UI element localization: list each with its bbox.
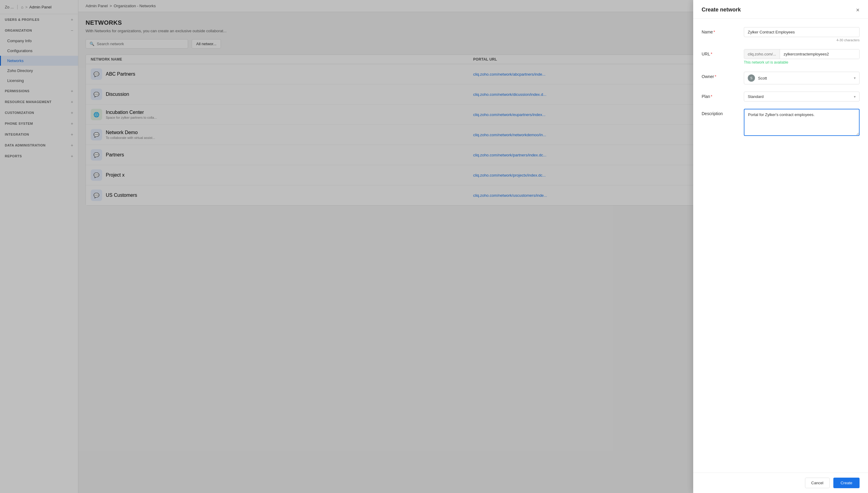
plan-field-row: Plan* Standard ▾: [702, 92, 860, 102]
owner-field: S Scott ▾: [744, 72, 860, 84]
cancel-button[interactable]: Cancel: [805, 478, 830, 488]
name-field: 4-30 characters: [744, 27, 860, 42]
url-input-group: cliq.zoho.com/...: [744, 49, 860, 59]
modal-footer: Cancel Create: [693, 472, 868, 493]
url-available-message: This network url is available: [744, 60, 860, 64]
description-input[interactable]: Portal for Zylker's contract employees.: [744, 109, 860, 136]
name-label: Name*: [702, 27, 738, 34]
modal-overlay: Create network × Name* 4-30 characters U…: [0, 0, 868, 493]
owner-avatar: S: [748, 74, 755, 82]
chevron-down-icon: ▾: [854, 76, 855, 80]
modal-title: Create network: [702, 7, 741, 13]
url-prefix: cliq.zoho.com/...: [744, 49, 780, 59]
url-input[interactable]: [780, 49, 859, 59]
plan-label: Plan*: [702, 92, 738, 99]
close-button[interactable]: ×: [856, 7, 860, 13]
url-field-row: URL* cliq.zoho.com/... This network url …: [702, 49, 860, 64]
modal-header: Create network ×: [693, 0, 868, 19]
owner-name: Scott: [758, 76, 851, 81]
plan-select[interactable]: Standard ▾: [744, 92, 860, 102]
name-field-row: Name* 4-30 characters: [702, 27, 860, 42]
create-network-modal: Create network × Name* 4-30 characters U…: [693, 0, 868, 493]
char-hint: 4-30 characters: [744, 38, 860, 42]
plan-name: Standard: [748, 94, 854, 99]
create-button[interactable]: Create: [833, 478, 860, 488]
description-field-row: Description Portal for Zylker's contract…: [702, 109, 860, 137]
plan-field: Standard ▾: [744, 92, 860, 102]
owner-select[interactable]: S Scott ▾: [744, 72, 860, 84]
owner-field-row: Owner* S Scott ▾: [702, 72, 860, 84]
description-label: Description: [702, 109, 738, 116]
modal-body: Name* 4-30 characters URL* cliq.zoho.com…: [693, 19, 868, 472]
name-input[interactable]: [744, 27, 860, 37]
url-label: URL*: [702, 49, 738, 56]
description-field: Portal for Zylker's contract employees.: [744, 109, 860, 137]
owner-label: Owner*: [702, 72, 738, 79]
url-field: cliq.zoho.com/... This network url is av…: [744, 49, 860, 64]
chevron-down-icon: ▾: [854, 94, 855, 99]
